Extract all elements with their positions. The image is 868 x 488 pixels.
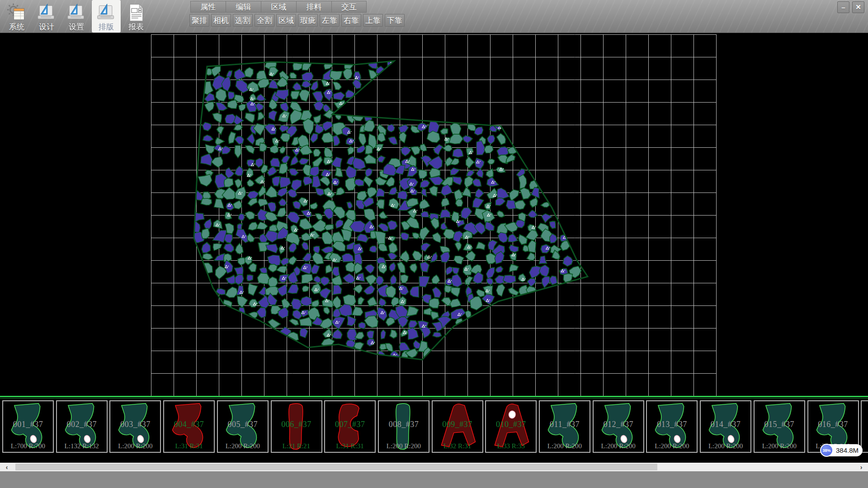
piece-id-label: 002_#37 xyxy=(57,420,107,429)
tool-button-9[interactable]: 上靠 xyxy=(363,14,383,27)
scrollbar-thumb[interactable] xyxy=(15,464,657,470)
piece-thumbnail-11[interactable]: 011_#37L:200 R:200 xyxy=(539,400,590,453)
piece-thumbnail-2[interactable]: 002_#37L:132 R:132 xyxy=(56,400,108,453)
piece-count-label: L:33 R:33 xyxy=(486,442,536,450)
piece-thumbnail-7[interactable]: 007_#37L:31 R:31 xyxy=(324,400,376,453)
piece-id-label: 006_#37 xyxy=(272,420,321,429)
system-icon xyxy=(6,3,27,23)
piece-thumbnail-13[interactable]: 013_#37L:200 R:200 xyxy=(646,400,698,453)
piece-id-label: 008_#37 xyxy=(379,420,429,429)
progress-badge: 38% xyxy=(820,444,833,457)
app-tab-label: 报表 xyxy=(128,23,144,31)
app-tab-label: 设计 xyxy=(39,23,54,31)
tool-button-7[interactable]: 左靠 xyxy=(320,14,340,27)
strip-accent-line-2 xyxy=(0,398,868,399)
piece-id-label: 011_#37 xyxy=(540,420,590,429)
piece-thumbnail-1[interactable]: 001_#37L:700 R:700 xyxy=(2,400,54,453)
minimize-button[interactable]: – xyxy=(837,1,849,13)
app-tab-3[interactable]: 设置 xyxy=(62,0,91,33)
piece-id-label: 017_#37 xyxy=(862,420,868,429)
piece-thumbnail-3[interactable]: 003_#37L:200 R:200 xyxy=(109,400,161,453)
app-tab-label: 设置 xyxy=(69,23,84,31)
piece-count-label: L:200 R:200 xyxy=(540,442,590,450)
tool-bar: 聚排相机选割全割区域瑕疵左靠右靠上靠下靠 xyxy=(189,14,405,27)
cad-icon xyxy=(96,3,117,23)
piece-thumbnail-10[interactable]: 010_#37L:33 R:33 xyxy=(485,400,537,453)
piece-id-label: 009_#37 xyxy=(433,420,482,429)
piece-id-label: 001_#37 xyxy=(3,420,53,429)
piece-count-label: L:200 R:200 xyxy=(379,442,429,450)
piece-count-label: L:32 R:31 xyxy=(433,442,482,450)
close-button[interactable]: ✕ xyxy=(852,1,864,13)
piece-thumbnail-17[interactable]: 017_#37L:200 R:200 xyxy=(861,400,868,453)
piece-count-label: L:31 R:31 xyxy=(164,442,214,450)
scroll-left-button[interactable]: ‹ xyxy=(0,463,14,471)
cad-icon xyxy=(36,3,57,23)
piece-id-label: 005_#37 xyxy=(218,420,268,429)
menu-bar: 属性编辑区域排料交互 xyxy=(190,1,367,13)
piece-id-label: 010_#37 xyxy=(486,420,536,429)
piece-id-label: 007_#37 xyxy=(325,420,375,429)
window-buttons: – ✕ xyxy=(837,1,864,13)
app-bar: 系统 设计 设置 排版 报表 xyxy=(2,0,151,33)
tool-button-6[interactable]: 瑕疵 xyxy=(298,14,318,27)
tool-button-5[interactable]: 区域 xyxy=(276,14,296,27)
tool-button-4[interactable]: 全割 xyxy=(255,14,274,27)
piece-count-label: L:31 R:31 xyxy=(325,442,375,450)
report-icon xyxy=(126,3,146,23)
app-tab-1[interactable]: 系统 xyxy=(2,0,31,33)
app-tab-2[interactable]: 设计 xyxy=(32,0,61,33)
menu-item-5[interactable]: 交互 xyxy=(331,1,367,13)
piece-id-label: 015_#37 xyxy=(755,420,804,429)
app-tab-label: 排版 xyxy=(99,23,114,31)
app-tab-5[interactable]: 报表 xyxy=(122,0,151,33)
piece-count-label: L:200 R:200 xyxy=(647,442,697,450)
piece-id-label: 003_#37 xyxy=(110,420,160,429)
piece-id-label: 013_#37 xyxy=(647,420,697,429)
title-bar: 系统 设计 设置 排版 报表 属性编辑区域排料交互 聚排相机选割全割区域瑕疵左靠… xyxy=(0,0,868,33)
horizontal-scrollbar[interactable]: ‹ › xyxy=(0,463,868,471)
piece-count-label: L:200 R:200 xyxy=(110,442,160,450)
menu-item-3[interactable]: 区域 xyxy=(261,1,296,13)
tool-button-1[interactable]: 聚排 xyxy=(189,14,209,27)
piece-count-label: L:21 R:21 xyxy=(272,442,321,450)
tool-button-10[interactable]: 下靠 xyxy=(385,14,405,27)
tool-button-3[interactable]: 选割 xyxy=(233,14,253,27)
piece-thumbnail-strip: 001_#37L:700 R:700002_#37L:132 R:132003_… xyxy=(0,396,868,462)
piece-count-label: L:200 R:200 xyxy=(701,442,750,450)
app-tab-label: 系统 xyxy=(9,23,24,31)
strip-accent-line xyxy=(0,396,868,397)
piece-id-label: 014_#37 xyxy=(701,420,750,429)
menu-item-4[interactable]: 排料 xyxy=(296,1,331,13)
tool-button-2[interactable]: 相机 xyxy=(211,14,231,27)
piece-count-label: L:200 R:200 xyxy=(755,442,804,450)
piece-count-label: L:132 R:132 xyxy=(57,442,107,450)
piece-thumbnail-14[interactable]: 014_#37L:200 R:200 xyxy=(700,400,751,453)
piece-count-label: L:200 R:200 xyxy=(218,442,268,450)
piece-thumbnail-5[interactable]: 005_#37L:200 R:200 xyxy=(217,400,269,453)
piece-thumbnail-15[interactable]: 015_#37L:200 R:200 xyxy=(754,400,805,453)
piece-count-label: L:700 R:700 xyxy=(3,442,53,450)
cad-icon xyxy=(66,3,87,23)
piece-id-label: 004_#37 xyxy=(164,420,214,429)
menu-item-2[interactable]: 编辑 xyxy=(226,1,261,13)
piece-id-label: 012_#37 xyxy=(594,420,643,429)
app-tab-4[interactable]: 排版 xyxy=(92,0,121,33)
piece-thumbnail-4[interactable]: 004_#37L:31 R:31 xyxy=(163,400,215,453)
piece-count-label: L:200 R:200 xyxy=(594,442,643,450)
piece-thumbnail-9[interactable]: 009_#37L:32 R:31 xyxy=(432,400,483,453)
status-bar xyxy=(0,471,868,488)
scroll-right-button[interactable]: › xyxy=(854,463,868,471)
piece-count-label: L:200 R:200 xyxy=(862,442,868,450)
menu-item-1[interactable]: 属性 xyxy=(190,1,226,13)
piece-thumbnail-8[interactable]: 008_#37L:200 R:200 xyxy=(378,400,429,453)
piece-id-label: 016_#37 xyxy=(808,420,858,429)
tool-button-8[interactable]: 右靠 xyxy=(341,14,361,27)
piece-thumbnail-12[interactable]: 012_#37L:200 R:200 xyxy=(593,400,644,453)
piece-thumbnail-6[interactable]: 006_#37L:21 R:21 xyxy=(271,400,322,453)
